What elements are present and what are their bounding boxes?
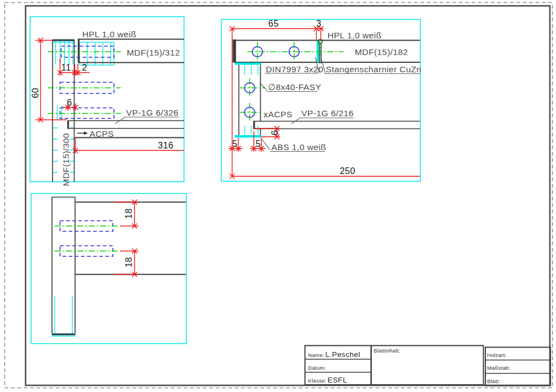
view3-dimensions: 18 18 [114,200,138,277]
dim-60: 60 [31,88,40,98]
label-hpl-2: HPL 1,0 weiß [327,31,381,40]
label-mdf-182: MDF(15)/182 [355,47,408,57]
dim-3: 3 [316,19,321,28]
dim-65: 65 [269,19,279,28]
dim-5-right: 5 [256,139,261,148]
label-vp-326: VP-1G 6/326 [126,108,178,117]
view1-shelf-hatch [69,121,184,129]
drawing-canvas[interactable]: 60 11 2 6 316 HPL 1,0 weiß MDF(15)/312 V… [0,0,556,392]
class-label: Klasse: [308,378,326,384]
dim-250: 250 [340,166,355,176]
label-dowel-8x40: ∅8x40-FASY [268,82,321,92]
view1-dowels [48,46,121,118]
date-label: Datum: [308,365,326,371]
view2-screws [247,42,344,62]
view-top-left: 60 11 2 6 316 HPL 1,0 weiß MDF(15)/312 V… [30,17,184,186]
label-xacps: xACPS [264,110,292,119]
view2-door-bottom-edgeband [235,135,261,138]
view2-door-grid [245,66,258,135]
view1-shelf-panel [67,121,184,128]
view1-dowel-pocket-outline [80,42,114,65]
title-block: Name: L.Peschel Datum: Klasse: ESFL Blat… [305,346,551,386]
view1-side-panel-top-edgeband [53,39,75,42]
name-value: L.Peschel [325,350,360,359]
dim-2: 2 [82,63,87,72]
dim-18-bottom: 18 [124,257,133,267]
dim-316: 316 [158,141,173,150]
view3-panel-hatch [52,201,75,335]
acps-arrow-icon [84,132,88,135]
label-hpl-1: HPL 1,0 weiß [82,29,136,39]
label-abs: ABS 1,0 weiß [271,142,326,152]
view2-door-hatch-2 [240,93,260,107]
name-label: Name: [308,352,324,358]
view2-door-hatch-4 [240,130,260,135]
sheet-border-dashed [5,3,553,388]
label-vp-216: VP-1G 6/216 [301,108,354,118]
dim-18-top: 18 [124,209,133,219]
sheet-number-label: Blatt: [487,378,500,384]
label-mdf-312: MDF(15)/312 [127,48,180,57]
view-top-right: 65 3 250 6 5 5 HPL 1,0 weiß MDF(15)/182 … [221,19,421,182]
acps-pointer: ACPS [77,129,114,138]
wood-type-label: Holzart: [487,352,507,358]
drawing-sheet: 60 11 2 6 316 HPL 1,0 weiß MDF(15)/312 V… [0,0,556,392]
view2-door-panel [235,63,265,138]
view-bottom-left: 18 18 [31,193,186,344]
scale-label: Maßstab: [487,365,510,371]
dim-6: 6 [67,98,72,107]
label-acps: ACPS [90,129,114,138]
label-mdf-300: MDF(15)/300 [61,133,71,186]
dim-11: 11 [61,63,71,72]
view3-dowels [54,221,119,256]
sheet-content-label: Blattinhalt: [374,348,400,354]
view3-bottom-edgeband [52,334,76,336]
class-value: ESFL [327,376,347,384]
view2-door-hatch-1 [240,65,260,82]
view2-labels: HPL 1,0 weiß MDF(15)/182 DIN7997 3x20 St… [260,31,421,152]
view1-border [30,17,184,182]
label-stangenscharnier: Stangenscharnier CuZn [326,64,421,74]
dim-6b: 6 [270,130,280,135]
view2-door-top-edgeband [235,63,261,65]
view3-grid-hatch [52,296,76,336]
label-din7997: DIN7997 3x20 [266,64,324,74]
dim-5-left: 5 [232,139,237,148]
view2-top-panel-left-edge [233,39,236,63]
view3-side-panel [52,197,76,336]
view2-shelf-hatch [256,122,420,129]
